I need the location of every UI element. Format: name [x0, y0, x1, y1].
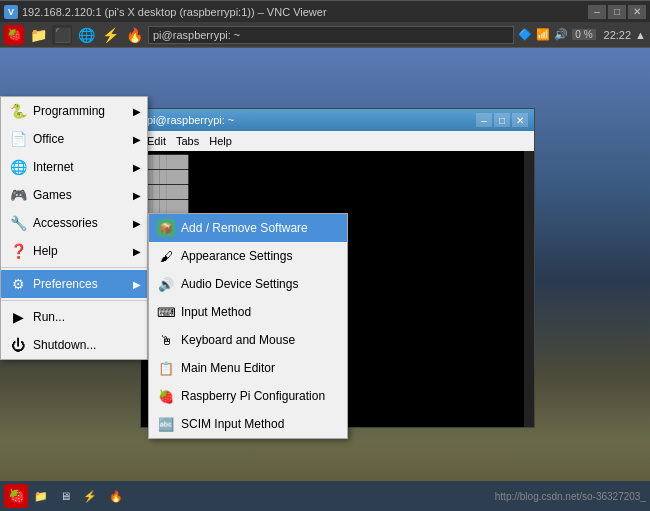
terminal-content: ██████ ██████ ██████ ██████	[145, 155, 530, 214]
inner-desktop: pi@raspberrypi: ~ – □ ✕ Edit Tabs Help █…	[0, 48, 650, 511]
terminal-minimize-button[interactable]: –	[476, 113, 492, 127]
menu-label-accessories: Accessories	[33, 216, 98, 230]
submenu-item-audio-device-settings[interactable]: 🔊 Audio Device Settings	[149, 270, 347, 298]
add-remove-software-icon: 📦	[157, 219, 175, 237]
menu-label-games: Games	[33, 188, 72, 202]
app2-icon[interactable]: 🔥	[124, 25, 144, 45]
prefs-submenu: 📦 Add / Remove Software 🖌 Appearance Set…	[148, 213, 348, 439]
arrow-icon-internet: ▶	[133, 162, 141, 173]
system-tray-icon: ▲	[635, 29, 646, 41]
close-button[interactable]: ✕	[628, 5, 646, 19]
menu-label-office: Office	[33, 132, 64, 146]
vnc-window-title: 192.168.2.120:1 (pi's X desktop (raspber…	[22, 6, 327, 18]
keyboard-and-mouse-icon: 🖱	[157, 331, 175, 349]
main-menu-editor-icon: 📋	[157, 359, 175, 377]
menu-item-programming[interactable]: 🐍 Programming ▶	[1, 97, 147, 125]
menu-item-accessories[interactable]: 🔧 Accessories ▶	[1, 209, 147, 237]
vnc-app-icon: V	[4, 5, 18, 19]
programming-icon: 🐍	[9, 102, 27, 120]
address-bar: pi@raspberrypi: ~	[148, 26, 514, 44]
run-icon: ▶	[9, 308, 27, 326]
menu-label-shutdown: Shutdown...	[33, 338, 96, 352]
volume-icon: 🔊	[554, 28, 568, 41]
taskbar-folder-button[interactable]: 📁	[28, 484, 54, 508]
raspberry-pi-config-icon: 🍓	[157, 387, 175, 405]
terminal-menu-help[interactable]: Help	[209, 135, 232, 147]
submenu-item-scim-input-method[interactable]: 🔤 SCIM Input Method	[149, 410, 347, 438]
input-method-icon: ⌨	[157, 303, 175, 321]
submenu-item-input-method[interactable]: ⌨ Input Method	[149, 298, 347, 326]
terminal-close-button[interactable]: ✕	[512, 113, 528, 127]
audio-device-settings-icon: 🔊	[157, 275, 175, 293]
submenu-item-keyboard-and-mouse[interactable]: 🖱 Keyboard and Mouse	[149, 326, 347, 354]
menu-label-internet: Internet	[33, 160, 74, 174]
menu-item-help[interactable]: ❓ Help ▶	[1, 237, 147, 265]
file-manager-icon[interactable]: 📁	[28, 25, 48, 45]
taskbar-app1-button[interactable]: ⚡	[77, 484, 103, 508]
terminal-maximize-button[interactable]: □	[494, 113, 510, 127]
terminal-menu-tabs[interactable]: Tabs	[176, 135, 199, 147]
battery-text: 0 %	[572, 29, 595, 40]
toolbar-right: 🔷 📶 🔊 0 % 22:22 ▲	[518, 28, 646, 41]
terminal-scrollbar[interactable]	[524, 151, 534, 427]
arrow-icon: ▶	[133, 106, 141, 117]
menu-label-run: Run...	[33, 310, 65, 324]
help-icon: ❓	[9, 242, 27, 260]
address-text: pi@raspberrypi: ~	[153, 29, 240, 41]
terminal-icon[interactable]: ⬛	[52, 25, 72, 45]
preferences-icon: ⚙	[9, 275, 27, 293]
arrow-icon-games: ▶	[133, 190, 141, 201]
submenu-label-keyboard-and-mouse: Keyboard and Mouse	[181, 333, 295, 347]
submenu-label-add-remove-software: Add / Remove Software	[181, 221, 308, 235]
menu-item-office[interactable]: 📄 Office ▶	[1, 125, 147, 153]
terminal-menu-edit[interactable]: Edit	[147, 135, 166, 147]
submenu-item-add-remove-software[interactable]: 📦 Add / Remove Software	[149, 214, 347, 242]
taskbar-rpi-button[interactable]: 🍓	[4, 484, 28, 508]
menu-label-preferences: Preferences	[33, 277, 98, 291]
taskbar-app2-button[interactable]: 🔥	[103, 484, 129, 508]
inner-taskbar: 🍓 📁 🖥 ⚡ 🔥 http://blog.csdn.net/so-363272…	[0, 481, 650, 511]
submenu-label-scim-input-method: SCIM Input Method	[181, 417, 284, 431]
terminal-titlebar: pi@raspberrypi: ~ – □ ✕	[141, 109, 534, 131]
vnc-titlebar-left: V 192.168.2.120:1 (pi's X desktop (raspb…	[4, 5, 327, 19]
accessories-icon: 🔧	[9, 214, 27, 232]
shutdown-icon: ⏻	[9, 336, 27, 354]
submenu-label-raspberry-pi-config: Raspberry Pi Configuration	[181, 389, 325, 403]
terminal-controls: – □ ✕	[476, 113, 528, 127]
submenu-item-main-menu-editor[interactable]: 📋 Main Menu Editor	[149, 354, 347, 382]
app1-icon[interactable]: ⚡	[100, 25, 120, 45]
submenu-item-raspberry-pi-config[interactable]: 🍓 Raspberry Pi Configuration	[149, 382, 347, 410]
appearance-settings-icon: 🖌	[157, 247, 175, 265]
terminal-title: pi@raspberrypi: ~	[147, 114, 234, 126]
maximize-button[interactable]: □	[608, 5, 626, 19]
menu-divider-2	[1, 300, 147, 301]
wifi-icon: 📶	[536, 28, 550, 41]
submenu-label-main-menu-editor: Main Menu Editor	[181, 361, 275, 375]
raspberry-pi-icon[interactable]: 🍓	[4, 25, 24, 45]
menu-item-shutdown[interactable]: ⏻ Shutdown...	[1, 331, 147, 359]
menu-item-games[interactable]: 🎮 Games ▶	[1, 181, 147, 209]
arrow-icon-help: ▶	[133, 246, 141, 257]
internet-icon: 🌐	[9, 158, 27, 176]
submenu-item-appearance-settings[interactable]: 🖌 Appearance Settings	[149, 242, 347, 270]
arrow-icon-office: ▶	[133, 134, 141, 145]
menu-divider-1	[1, 267, 147, 268]
menu-item-internet[interactable]: 🌐 Internet ▶	[1, 153, 147, 181]
menu-item-run[interactable]: ▶ Run...	[1, 303, 147, 331]
submenu-label-audio-device-settings: Audio Device Settings	[181, 277, 298, 291]
vnc-toolbar: 🍓 📁 ⬛ 🌐 ⚡ 🔥 pi@raspberrypi: ~ 🔷 📶 🔊 0 % …	[0, 22, 650, 48]
submenu-label-input-method: Input Method	[181, 305, 251, 319]
minimize-button[interactable]: –	[588, 5, 606, 19]
web-icon[interactable]: 🌐	[76, 25, 96, 45]
menu-item-preferences[interactable]: ⚙ Preferences ▶	[1, 270, 147, 298]
bottom-url-text: http://blog.csdn.net/so-36327203_	[495, 491, 646, 502]
terminal-menubar: Edit Tabs Help	[141, 131, 534, 151]
office-icon: 📄	[9, 130, 27, 148]
vnc-window-controls: – □ ✕	[588, 5, 646, 19]
arrow-icon-accessories: ▶	[133, 218, 141, 229]
bluetooth-icon: 🔷	[518, 28, 532, 41]
menu-label-programming: Programming	[33, 104, 105, 118]
taskbar-terminal-button[interactable]: 🖥	[54, 484, 77, 508]
games-icon: 🎮	[9, 186, 27, 204]
submenu-label-appearance-settings: Appearance Settings	[181, 249, 292, 263]
